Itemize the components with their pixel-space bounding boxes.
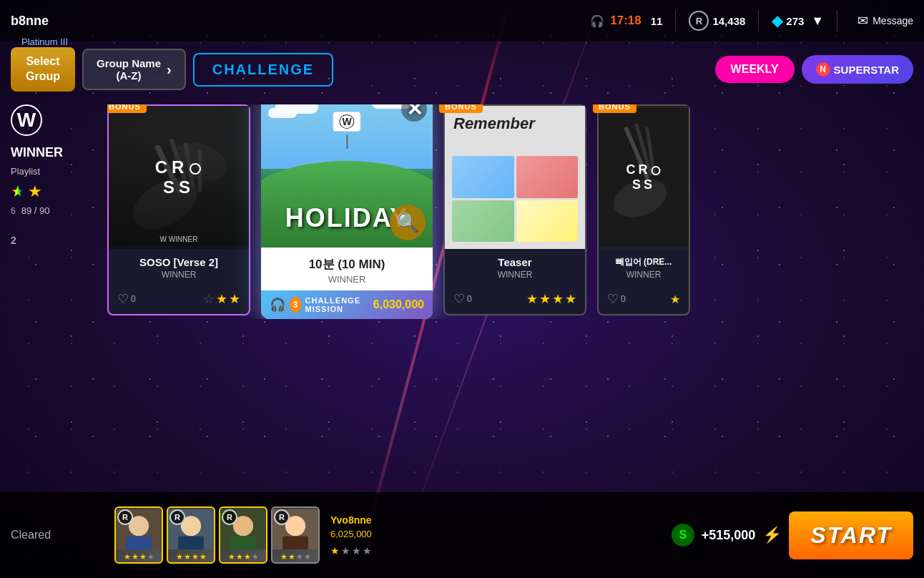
sidebar-num-2: 2 bbox=[11, 235, 16, 246]
group-name-button[interactable]: Group Name(A-Z) › bbox=[82, 49, 186, 90]
cleared-section: Cleared bbox=[11, 529, 104, 542]
ps4: ★ bbox=[363, 545, 372, 557]
svg-rect-23 bbox=[282, 536, 308, 549]
winner-logo: W bbox=[11, 104, 97, 138]
challenge-button[interactable]: CHALLENGE bbox=[193, 53, 333, 87]
challenge-mission-label: CHALLENGE MISSION bbox=[305, 296, 373, 313]
card-remember-info: Teaser WINNER bbox=[445, 249, 585, 291]
start-button[interactable]: START bbox=[789, 511, 913, 559]
star-gold: ★ bbox=[28, 182, 42, 201]
card-cross2-bottom: ♡ 0 ★ bbox=[599, 291, 689, 314]
player-score: 6,025,000 bbox=[330, 529, 372, 539]
select-group-button[interactable]: SelectGroup bbox=[11, 47, 75, 92]
heart-button-cross[interactable]: ♡ 0 bbox=[117, 291, 136, 307]
remember-collage bbox=[452, 156, 578, 242]
star-b4-1: ★ bbox=[280, 552, 287, 562]
left-sidebar: W WINNER Playlist ★ ★ 6 89 / 90 2 bbox=[11, 104, 97, 247]
card-remember-title: Teaser bbox=[453, 256, 576, 268]
player-card-img-3: R bbox=[220, 508, 266, 551]
heart-button-remember[interactable]: ♡ 0 bbox=[453, 291, 472, 307]
r-badge-card-3: R bbox=[222, 509, 237, 525]
heart-icon: ♡ bbox=[117, 291, 129, 307]
headphone-mission-icon: 🎧 bbox=[270, 297, 285, 313]
username-label: b8nne bbox=[11, 14, 49, 28]
magnify-button[interactable]: 🔍 bbox=[390, 205, 426, 240]
challenge-mission-bar: 🎧 3 CHALLENGE MISSION 6,030,000 bbox=[261, 290, 433, 319]
player-card-4: R ★ ★ ★ ★ bbox=[271, 506, 320, 564]
bonus-badge-cross: BONUS bbox=[107, 104, 147, 113]
holiday-song-title: 10분 (10 MIN) bbox=[272, 256, 422, 273]
diamond-icon: ◆ bbox=[772, 12, 782, 29]
playlist-progress: 89 / 90 bbox=[21, 205, 50, 216]
right-section: S +515,000 ⚡ START bbox=[672, 511, 913, 559]
superstar-label: SUPERSTAR bbox=[834, 64, 899, 76]
card-stars-bottom-1: ★ ★ ★ ★ bbox=[116, 551, 162, 563]
player-progress-section: Yvo8nne 6,025,000 ★ ★ ★ ★ bbox=[330, 514, 661, 557]
timer-group: 🎧 17:18 11 bbox=[588, 11, 662, 30]
dropdown-arrow[interactable]: ▼ bbox=[811, 14, 824, 29]
r-badge-icon: R bbox=[689, 11, 709, 31]
card-cross2-artist: WINNER bbox=[607, 270, 680, 280]
player-name-row: Yvo8nne bbox=[330, 514, 661, 526]
card-stars-bottom-3: ★ ★ ★ ★ bbox=[220, 551, 266, 563]
card-cross-image: CRSS W WINNER bbox=[109, 106, 249, 249]
star-b3-3: ★ bbox=[244, 552, 251, 562]
ps1: ★ bbox=[330, 545, 340, 557]
r-badge-card-4: R bbox=[274, 509, 290, 525]
stars-row: ★ ★ bbox=[11, 182, 97, 201]
collage-item-3 bbox=[452, 200, 514, 243]
card-cross-title: SOSO [Verse 2] bbox=[117, 256, 240, 268]
message-label: Message bbox=[873, 15, 913, 26]
superstar-n-badge: N bbox=[816, 62, 830, 77]
cards-area: BONUS CRSS bbox=[107, 104, 913, 319]
heart-button-cross2[interactable]: ♡ 0 bbox=[607, 291, 626, 307]
headphone-icon: 🎧 bbox=[588, 11, 606, 30]
s-currency-icon: S bbox=[672, 524, 694, 547]
card-stars-bottom-2: ★ ★ ★ ★ bbox=[168, 551, 214, 563]
player-card-img-2: R bbox=[168, 508, 214, 551]
cloud-2 bbox=[268, 108, 297, 118]
star-3: ★ bbox=[229, 291, 240, 307]
star-b4-4: ★ bbox=[304, 552, 311, 562]
message-button[interactable]: ✉ Message bbox=[857, 13, 913, 29]
holiday-info: 10분 (10 MIN) WINNER bbox=[261, 248, 433, 290]
cross-artwork: CRSS W WINNER bbox=[109, 106, 249, 249]
remember-title: Remember bbox=[453, 114, 535, 133]
ps2: ★ bbox=[341, 545, 350, 557]
card-cross2-title: 빼입어 (DRE... bbox=[607, 256, 680, 268]
star-r3: ★ bbox=[552, 291, 564, 307]
r-symbol: R bbox=[696, 16, 702, 26]
card-cross-stars: ☆ ★ ★ bbox=[203, 291, 240, 307]
star-b3-4: ★ bbox=[252, 552, 259, 562]
card-remember-stars: ★ ★ ★ ★ bbox=[526, 291, 576, 307]
star-b3-1: ★ bbox=[228, 552, 235, 562]
bonus-badge-cross2: BONUS bbox=[593, 104, 637, 113]
star-b3-2: ★ bbox=[236, 552, 243, 562]
remember-image: Remember bbox=[445, 106, 585, 249]
collage-item-4 bbox=[516, 200, 579, 243]
star-bottom-4: ★ bbox=[147, 552, 154, 562]
weekly-button[interactable]: WEEKLY bbox=[715, 56, 795, 83]
player-cards: R ★ ★ ★ ★ R bbox=[114, 506, 320, 564]
winner-logo-small-cross: W WINNER bbox=[160, 235, 198, 243]
timer-value: 17:18 bbox=[610, 14, 641, 28]
collage-item-1 bbox=[452, 156, 514, 198]
arrow-right-icon: › bbox=[167, 62, 172, 78]
star-b4-3: ★ bbox=[296, 552, 303, 562]
star-b2-1: ★ bbox=[176, 552, 183, 562]
card-cross-info: SOSO [Verse 2] WINNER bbox=[109, 249, 249, 291]
collage-item-2 bbox=[516, 156, 579, 198]
group-name-label: Group Name(A-Z) bbox=[97, 57, 161, 82]
playlist-label: Playlist bbox=[11, 166, 97, 177]
holiday-image: W HOLIDAY 🔍 bbox=[261, 104, 433, 248]
mission-number: 3 bbox=[290, 297, 301, 313]
sidebar-num: 6 bbox=[11, 206, 16, 216]
player-card-img-4: R bbox=[272, 508, 318, 551]
card-remember-artist: WINNER bbox=[453, 270, 576, 280]
card-holiday[interactable]: ✕ W HOLIDAY 🔍 bbox=[261, 104, 433, 319]
superstar-button[interactable]: N SUPERSTAR bbox=[802, 55, 913, 84]
top-bar: b8nne Platinum III 🎧 17:18 11 R 14,438 ◆… bbox=[0, 0, 924, 41]
star-1: ☆ bbox=[203, 291, 215, 307]
r-currency-value: 14,438 bbox=[712, 15, 745, 27]
bottom-bar: Cleared R ★ ★ ★ ★ R bbox=[0, 492, 924, 578]
